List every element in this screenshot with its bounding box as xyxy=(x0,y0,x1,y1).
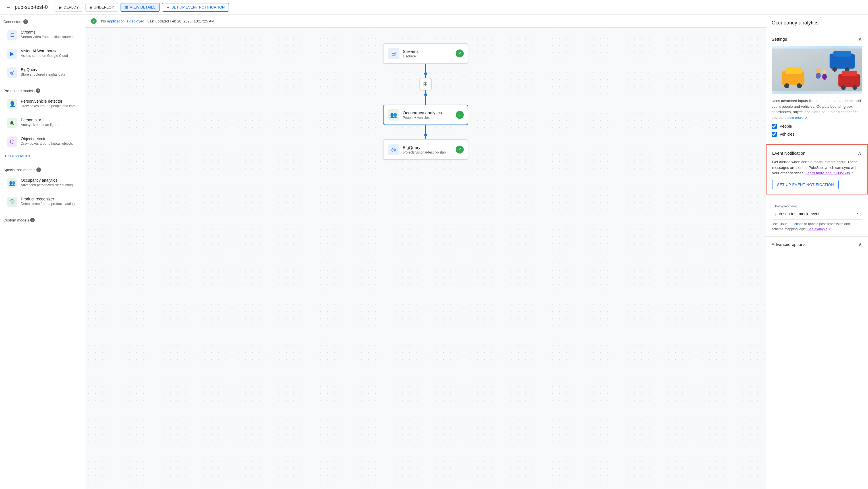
occupancy-pipeline-node[interactable]: 👥 Occupancy analytics People + vehicles … xyxy=(383,104,468,125)
svg-point-12 xyxy=(852,85,857,90)
product-recognizer-icon: 👕 xyxy=(7,197,17,207)
person-vehicle-icon: 👤 xyxy=(7,99,17,109)
middle-transform-node[interactable]: ⊞ xyxy=(420,78,432,90)
settings-description: Uses advanced inputs like zones or lines… xyxy=(772,98,862,120)
vision-ai-icon: ▶ xyxy=(7,49,17,59)
status-bar: ✓ This application is deployed . Last up… xyxy=(85,15,766,28)
event-notification-section: Event Notification ∧ Get alerted when ce… xyxy=(766,145,868,194)
svg-point-13 xyxy=(816,73,821,79)
sidebar: Connectors ? ⊟ Streams Stream video from… xyxy=(0,15,85,489)
specialized-section-title: Specialized models ? xyxy=(3,167,82,172)
sidebar-divider-2 xyxy=(3,164,82,164)
bigquery-pipeline-node[interactable]: ◎ BigQuery projects/visionai-testing-sta… xyxy=(383,139,468,160)
chevron-down-icon: ▾ xyxy=(5,154,6,158)
learn-more-link[interactable]: Learn more xyxy=(785,116,803,120)
person-vehicle-detector[interactable]: 👤 Person/vehicle detector Draw boxes aro… xyxy=(3,95,82,113)
streams-connector[interactable]: ⊟ Streams Stream video from multiple sou… xyxy=(3,26,82,44)
custom-models-help-icon[interactable]: ? xyxy=(30,218,35,222)
svg-point-15 xyxy=(822,73,827,80)
svg-rect-10 xyxy=(842,71,857,76)
settings-section-header[interactable]: Settings ∧ xyxy=(772,35,862,42)
specialized-help-icon[interactable]: ? xyxy=(36,167,41,172)
back-button[interactable]: ← xyxy=(5,3,12,12)
external-link-icon: ↗ xyxy=(805,116,807,119)
view-details-button[interactable]: ⊞ VIEW DETAILS xyxy=(121,3,160,12)
deploy-button[interactable]: ▶ DEPLOY xyxy=(55,3,83,12)
undeploy-icon: ■ xyxy=(90,5,92,10)
cloud-functions-link[interactable]: Cloud Functions xyxy=(779,222,803,226)
top-nav: ← pub-sub-test-0 ▶ DEPLOY ■ UNDEPLOY ⊞ V… xyxy=(0,0,868,15)
event-section-title: Event Notification xyxy=(772,151,805,155)
deploy-icon: ▶ xyxy=(59,5,62,10)
bigquery-node-icon: ◎ xyxy=(388,144,399,155)
canvas-area: ✓ This application is deployed . Last up… xyxy=(85,15,766,489)
svg-rect-2 xyxy=(785,67,802,73)
svg-point-16 xyxy=(823,70,827,73)
advanced-options-section: Advanced options ∧ xyxy=(766,237,868,252)
event-description: Get alerted when certain model events oc… xyxy=(772,159,862,176)
right-panel-title: Occupancy analytics xyxy=(772,20,818,26)
deployed-link[interactable]: application is deployed xyxy=(107,19,145,23)
event-section-header[interactable]: Event Notification ∧ xyxy=(772,150,862,156)
sidebar-divider-1 xyxy=(3,85,82,85)
product-recognizer-sidebar[interactable]: 👕 Product recognizer Detect items from a… xyxy=(3,193,82,211)
svg-rect-6 xyxy=(833,51,851,57)
bigquery-check-icon: ✓ xyxy=(456,146,464,154)
more-options-icon[interactable]: ⋮ xyxy=(857,19,862,26)
bigquery-connector[interactable]: ◎ BigQuery Store structured insights dat… xyxy=(3,64,82,81)
main-layout: Connectors ? ⊟ Streams Stream video from… xyxy=(0,15,868,489)
pubsub-external-icon: ↗ xyxy=(851,172,854,175)
object-detector-model[interactable]: ⬡ Object detector Draw boxes around know… xyxy=(3,133,82,150)
post-processing-select[interactable]: pub-sub-test-mock-event xyxy=(772,208,862,220)
show-more-button[interactable]: ▾ SHOW MORE xyxy=(3,152,32,160)
custom-models-section-title: Custom models ? xyxy=(3,218,82,222)
settings-section: Settings ∧ xyxy=(766,31,868,145)
status-text: This application is deployed . Last upda… xyxy=(99,19,214,23)
undeploy-button[interactable]: ■ UNDEPLOY xyxy=(85,3,118,12)
post-processing-select-wrapper: pub-sub-test-mock-event xyxy=(772,207,862,220)
right-panel: Occupancy analytics ⋮ Settings ∧ xyxy=(766,15,868,489)
view-details-icon: ⊞ xyxy=(125,5,128,10)
advanced-collapse-icon: ∧ xyxy=(858,241,862,248)
svg-point-3 xyxy=(784,83,789,88)
people-checkbox-row: People xyxy=(772,124,862,129)
right-panel-header: Occupancy analytics ⋮ xyxy=(766,15,868,31)
settings-collapse-icon: ∧ xyxy=(858,35,862,42)
setup-event-nav-button[interactable]: ✦ SET UP EVENT NOTIFICATION xyxy=(162,3,229,12)
streams-icon: ⊟ xyxy=(7,30,17,40)
status-dot: ✓ xyxy=(91,18,97,24)
connectors-section-title: Connectors ? xyxy=(3,19,82,24)
people-label: People xyxy=(780,124,792,128)
setup-event-notification-button[interactable]: SET UP EVENT NOTIFICATION xyxy=(772,180,839,189)
post-processing-section: Post-processing pub-sub-test-mock-event … xyxy=(766,194,868,237)
vision-ai-connector[interactable]: ▶ Vision AI Warehouse Assets stored on G… xyxy=(3,45,82,63)
bigquery-icon: ◎ xyxy=(7,67,17,78)
pretrained-help-icon[interactable]: ? xyxy=(36,88,40,93)
person-blur-model[interactable]: ◉ Person blur Anonymize human figures xyxy=(3,114,82,132)
svg-point-4 xyxy=(797,83,802,88)
streams-node-icon: ⊟ xyxy=(388,48,399,59)
see-example-link[interactable]: See example xyxy=(807,227,827,231)
vehicles-checkbox-row: Vehicles xyxy=(772,132,862,137)
occupancy-analytics-icon: 👥 xyxy=(7,178,17,188)
settings-preview-image xyxy=(772,46,862,94)
people-checkbox[interactable] xyxy=(772,124,777,129)
occupancy-analytics-sidebar[interactable]: 👥 Occupancy analytics Advanced person/ve… xyxy=(3,174,82,192)
person-blur-icon: ◉ xyxy=(7,118,17,128)
pretrained-section-title: Pre-trained models ? xyxy=(3,88,82,93)
streams-pipeline-node[interactable]: ⊟ Streams 1 source ✓ xyxy=(383,43,468,64)
pubsub-link[interactable]: Learn more about Pub/Sub xyxy=(805,171,850,175)
object-detector-icon: ⬡ xyxy=(7,136,17,147)
advanced-options-header[interactable]: Advanced options ∧ xyxy=(772,241,862,248)
occupancy-check-icon: ✓ xyxy=(456,111,464,119)
vehicles-label: Vehicles xyxy=(780,132,794,136)
transform-icon: ⊞ xyxy=(423,81,428,88)
connectors-help-icon[interactable]: ? xyxy=(23,19,28,24)
post-processing-helper: Use Cloud Functions to handle post-proce… xyxy=(772,221,862,232)
svg-point-11 xyxy=(841,85,846,90)
advanced-options-title: Advanced options xyxy=(772,242,805,247)
event-collapse-icon: ∧ xyxy=(858,150,862,156)
vehicles-checkbox[interactable] xyxy=(772,132,777,137)
see-example-icon: ↗ xyxy=(828,227,831,231)
occupancy-node-icon: 👥 xyxy=(388,109,399,121)
